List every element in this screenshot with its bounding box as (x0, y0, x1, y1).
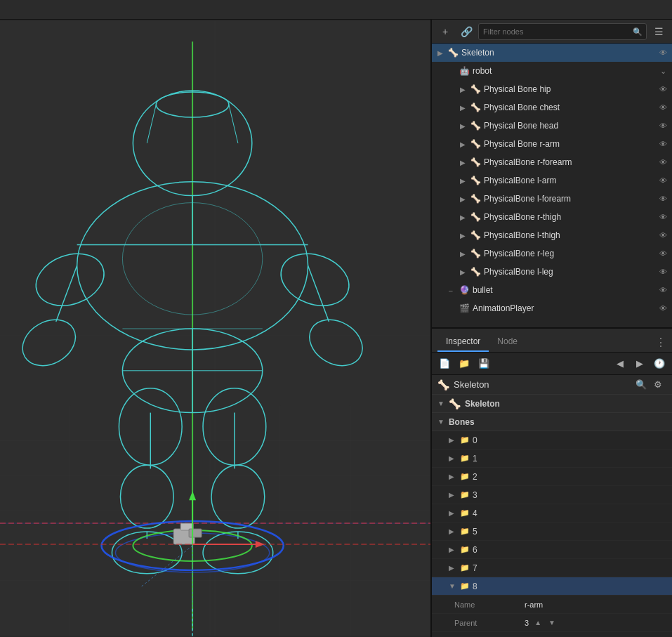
tree-icon-head: 🦴 (470, 120, 481, 131)
tree-label-animplayer: AnimationPlayer (473, 303, 657, 313)
eye-icon-r-arm[interactable]: 👁 (657, 140, 669, 148)
bone-item-8[interactable]: ▼ 📁 8 (432, 577, 672, 596)
bone-detail-parent-row: Parent 3 ▲ ▼ (432, 614, 672, 632)
tree-item-l-forearm[interactable]: ▶ 🦴 PhysicalBone l-forearm 👁 (432, 190, 672, 208)
insp-file-button[interactable]: 📄 (436, 355, 453, 372)
tree-label-robot: robot (473, 66, 657, 76)
tree-icon-chest: 🦴 (470, 102, 481, 113)
tree-item-chest[interactable]: ▶ 🦴 Physical Bone chest 👁 (432, 98, 672, 117)
bone-item-2[interactable]: ▶ 📁 2 (432, 468, 672, 486)
tree-label-bullet: bullet (473, 285, 657, 295)
tree-icon-animplayer: 🎬 (459, 303, 470, 314)
eye-icon-l-leg[interactable]: 👁 (657, 268, 669, 276)
bone-label-3: 3 (473, 490, 477, 500)
bone-item-6[interactable]: ▶ 📁 6 (432, 541, 672, 559)
tree-icon-r-leg: 🦴 (470, 248, 481, 259)
tree-arrow-head: ▶ (460, 122, 468, 130)
bone-label-6: 6 (473, 545, 477, 555)
eye-icon-r-thigh[interactable]: 👁 (657, 213, 669, 221)
inspector-toolbar: 📄 📁 💾 ◀ ▶ 🕐 (432, 353, 672, 375)
eye-icon-r-forearm[interactable]: 👁 (657, 158, 669, 166)
tree-item-l-arm[interactable]: ▶ 🦴 PhysicalBone l-arm 👁 (432, 171, 672, 190)
bone-folder-icon-7: 📁 (460, 563, 470, 572)
insp-save-button[interactable]: 💾 (475, 355, 492, 372)
tree-item-l-thigh[interactable]: ▶ 🦴 PhysicalBone l-thigh 👁 (432, 226, 672, 244)
bone-parent-down-btn[interactable]: ▼ (547, 619, 557, 626)
eye-icon-animplayer[interactable]: 👁 (657, 304, 669, 313)
tree-item-skeleton[interactable]: ▶ 🦴 Skeleton 👁 (432, 44, 672, 62)
insp-prev-button[interactable]: ◀ (612, 355, 628, 372)
insp-next-button[interactable]: ▶ (631, 355, 648, 372)
eye-icon-l-forearm[interactable]: 👁 (657, 195, 669, 203)
bone-item-5[interactable]: ▶ 📁 5 (432, 523, 672, 541)
eye-icon-chest[interactable]: 👁 (657, 103, 669, 112)
eye-icon-robot[interactable]: ⌄ (657, 67, 669, 76)
filter-search-icon: 🔍 (633, 27, 643, 36)
bone-item-1[interactable]: ▶ 📁 1 (432, 449, 672, 468)
tree-arrow-r-thigh: ▶ (460, 214, 468, 221)
tree-label-head: Physical Bone head (484, 121, 657, 131)
bone-item-7[interactable]: ▶ 📁 7 (432, 559, 672, 577)
tree-item-head[interactable]: ▶ 🦴 Physical Bone head 👁 (432, 117, 672, 135)
tree-arrow-l-thigh: ▶ (460, 232, 468, 239)
tree-item-hip[interactable]: ▶ 🦴 Physical Bone hip 👁 (432, 80, 672, 98)
tree-item-robot[interactable]: 🤖 robot ⌄ (432, 62, 672, 80)
eye-icon-bullet[interactable]: 👁 (657, 286, 669, 294)
insp-search-icon-btn[interactable]: 🔍 (633, 376, 650, 393)
bones-section-header[interactable]: ▼ Bones (432, 413, 672, 431)
add-node-button[interactable]: + (436, 22, 454, 41)
insp-node-label: Skeleton (454, 379, 489, 390)
tree-item-r-thigh[interactable]: ▶ 🦴 PhysicalBone r-thigh 👁 (432, 208, 672, 226)
insp-section-header[interactable]: ▼ 🦴 Skeleton (432, 395, 672, 413)
tree-item-animplayer[interactable]: 🎬 AnimationPlayer 👁 (432, 299, 672, 317)
tree-arrow-l-arm: ▶ (460, 177, 468, 185)
tree-label-r-forearm: PhysicalBone r-forearm (484, 157, 657, 167)
insp-node-row: 🦴 Skeleton 🔍 ⚙ (432, 375, 672, 395)
insp-history-button[interactable]: 🕐 (651, 355, 668, 372)
eye-icon-head[interactable]: 👁 (657, 122, 669, 130)
eye-icon-r-leg[interactable]: 👁 (657, 249, 669, 258)
tree-arrow-r-forearm: ▶ (460, 159, 468, 166)
link-button[interactable]: 🔗 (457, 22, 475, 41)
eye-icon-skeleton[interactable]: 👁 (657, 48, 669, 57)
bone-label-5: 5 (473, 527, 477, 537)
bone-parent-val: 3 ▲ ▼ (525, 619, 666, 627)
bones-label: Bones (449, 417, 475, 427)
bone-parent-up-btn[interactable]: ▲ (533, 619, 543, 626)
tree-item-r-arm[interactable]: ▶ 🦴 Physical Bone r-arm 👁 (432, 135, 672, 153)
tab-node[interactable]: Node (489, 332, 526, 352)
bone-detail-rest-row: Rest 0.11477, -0.69 … (432, 632, 672, 637)
eye-icon-l-thigh[interactable]: 👁 (657, 231, 669, 239)
tree-label-skeleton: Skeleton (461, 48, 657, 58)
insp-settings-btn[interactable]: ⚙ (650, 376, 666, 393)
tree-item-l-leg[interactable]: ▶ 🦴 PhysicalBone l-leg 👁 (432, 263, 672, 281)
filter-input[interactable] (478, 23, 647, 40)
bone-item-4[interactable]: ▶ 📁 4 (432, 504, 672, 523)
insp-folder-button[interactable]: 📁 (456, 355, 473, 372)
bone-item-0[interactable]: ▶ 📁 0 (432, 431, 672, 449)
tree-item-bullet[interactable]: – 🔮 bullet 👁 (432, 281, 672, 299)
bone-label-2: 2 (473, 472, 477, 482)
bone-folder-icon-8: 📁 (460, 582, 470, 591)
tab-inspector[interactable]: Inspector (437, 332, 489, 352)
tree-arrow-l-leg: ▶ (460, 268, 468, 276)
tree-label-l-arm: PhysicalBone l-arm (484, 176, 657, 185)
tree-icon-l-arm: 🦴 (470, 175, 481, 186)
tree-icon-bullet: 🔮 (459, 284, 470, 296)
tree-item-r-forearm[interactable]: ▶ 🦴 PhysicalBone r-forearm 👁 (432, 153, 672, 171)
tree-item-r-leg[interactable]: ▶ 🦴 PhysicalBone r-leg 👁 (432, 244, 672, 263)
inspector-content: ▼ Bones ▶ 📁 0 ▶ 📁 1 ▶ 📁 2 ▶ 📁 3 ▶ 📁 4 ▶ … (432, 413, 672, 637)
inspector-options-icon[interactable]: ⋮ (655, 336, 666, 352)
bone-folder-icon-4: 📁 (460, 508, 470, 518)
main-layout: + 🔗 🔍 ☰ ▶ 🦴 Skeleton 👁 🤖 robot ⌄ ▶ 🦴 Phy… (0, 20, 672, 637)
bone-item-3[interactable]: ▶ 📁 3 (432, 486, 672, 504)
tree-label-r-thigh: PhysicalBone r-thigh (484, 212, 657, 222)
eye-icon-hip[interactable]: 👁 (657, 85, 669, 93)
top-bar (0, 0, 672, 20)
right-panel: + 🔗 🔍 ☰ ▶ 🦴 Skeleton 👁 🤖 robot ⌄ ▶ 🦴 Phy… (432, 20, 672, 637)
scene-options-button[interactable]: ☰ (650, 22, 668, 41)
tree-label-l-thigh: PhysicalBone l-thigh (484, 230, 657, 240)
bone-detail-name-row: Name r-arm (432, 596, 672, 614)
eye-icon-l-arm[interactable]: 👁 (657, 176, 669, 185)
inspector-tabs: Inspector Node ⋮ (432, 329, 672, 353)
